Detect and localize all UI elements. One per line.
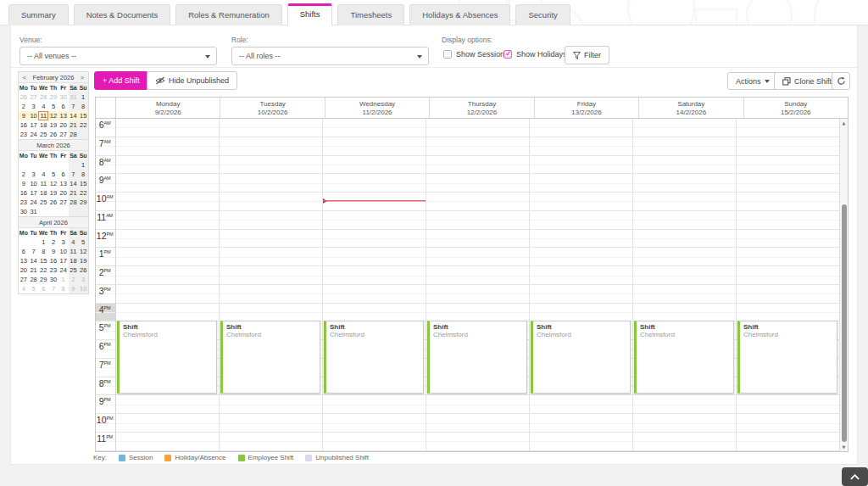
scroll-to-top-button[interactable] <box>842 467 868 486</box>
day-cell[interactable]: 21 <box>69 120 79 130</box>
day-column-saturday[interactable]: ShiftChelmsford <box>633 119 737 451</box>
day-cell[interactable]: 9 <box>48 247 58 256</box>
day-cell[interactable]: 15 <box>78 179 88 188</box>
day-cell[interactable]: 28 <box>69 130 79 139</box>
actions-button[interactable]: Actions <box>727 72 778 90</box>
day-cell[interactable]: 10 <box>29 111 39 120</box>
day-cell[interactable]: 18 <box>38 120 48 130</box>
day-column-sunday[interactable]: ShiftChelmsford <box>737 119 839 451</box>
day-cell[interactable]: 8 <box>78 102 88 111</box>
day-cell[interactable]: 19 <box>48 188 58 198</box>
day-cell[interactable]: 29 <box>48 92 58 102</box>
day-cell[interactable]: 26 <box>48 198 58 207</box>
day-cell[interactable]: 10 <box>58 247 69 256</box>
day-cell[interactable]: 8 <box>78 170 88 179</box>
tab-shifts[interactable]: Shifts <box>287 3 333 25</box>
day-cell[interactable]: 27 <box>58 130 69 139</box>
venue-select[interactable]: -- All venues -- <box>19 47 217 65</box>
next-month-icon[interactable]: > <box>79 74 86 81</box>
show-sessions-checkbox[interactable]: Show Sessions <box>443 50 509 59</box>
day-cell[interactable]: 24 <box>29 130 39 139</box>
day-cell[interactable]: 26 <box>78 265 88 275</box>
day-cell[interactable]: 7 <box>48 284 58 293</box>
shift-block-friday[interactable]: ShiftChelmsford <box>531 321 631 394</box>
day-cell[interactable]: 30 <box>19 207 29 216</box>
day-cell[interactable]: 2 <box>19 102 29 111</box>
day-cell[interactable]: 5 <box>48 170 58 179</box>
vertical-scrollbar[interactable]: ▲ ▼ <box>839 119 848 451</box>
day-cell[interactable]: 29 <box>78 198 88 207</box>
day-cell[interactable]: 7 <box>69 170 79 179</box>
day-cell[interactable]: 1 <box>78 160 88 170</box>
day-cell[interactable]: 31 <box>69 92 79 102</box>
day-cell[interactable]: 4 <box>38 170 48 179</box>
day-cell[interactable]: 28 <box>69 198 79 207</box>
filter-button[interactable]: Filter <box>565 46 609 64</box>
day-cell[interactable]: 25 <box>38 130 48 139</box>
day-cell[interactable]: 14 <box>69 179 79 188</box>
day-cell[interactable]: 20 <box>19 265 29 275</box>
day-cell[interactable]: 17 <box>58 256 69 265</box>
day-cell[interactable]: 17 <box>29 120 39 130</box>
shift-block-thursday[interactable]: ShiftChelmsford <box>427 321 527 394</box>
day-column-tuesday[interactable]: ShiftChelmsford <box>220 119 323 451</box>
day-cell[interactable]: 27 <box>58 198 69 207</box>
day-cell[interactable]: 8 <box>58 284 69 293</box>
day-cell[interactable]: 13 <box>19 256 29 265</box>
tab-notes-documents[interactable]: Notes & Documents <box>74 4 170 25</box>
day-cell[interactable]: 11 <box>69 247 79 256</box>
day-cell[interactable]: 23 <box>19 130 29 139</box>
day-cell[interactable]: 26 <box>48 130 58 139</box>
tab-holidays-absences[interactable]: Holidays & Absences <box>409 4 510 25</box>
day-cell[interactable]: 17 <box>29 188 39 198</box>
day-cell[interactable]: 5 <box>48 102 58 111</box>
day-cell[interactable]: 12 <box>48 179 58 188</box>
scrollbar-thumb[interactable] <box>842 204 847 442</box>
day-cell[interactable]: 23 <box>48 265 58 275</box>
day-cell[interactable]: 22 <box>38 265 48 275</box>
shift-block-monday[interactable]: ShiftChelmsford <box>117 321 217 394</box>
day-cell[interactable]: 2 <box>48 237 58 247</box>
day-column-thursday[interactable]: ShiftChelmsford <box>426 119 530 451</box>
day-cell[interactable]: 8 <box>38 247 48 256</box>
day-cell[interactable]: 3 <box>58 237 69 247</box>
day-cell[interactable]: 1 <box>38 237 48 247</box>
day-cell[interactable]: 27 <box>29 92 39 102</box>
prev-month-icon[interactable]: < <box>21 74 28 81</box>
day-cell[interactable]: 6 <box>58 170 69 179</box>
day-cell[interactable]: 1 <box>78 92 88 102</box>
day-cell[interactable]: 19 <box>48 120 58 130</box>
day-cell[interactable]: 28 <box>38 92 48 102</box>
day-cell[interactable]: 23 <box>19 198 29 207</box>
day-cell[interactable]: 3 <box>29 102 39 111</box>
checkbox-icon[interactable] <box>443 50 452 59</box>
day-cell[interactable]: 30 <box>58 92 69 102</box>
day-cell[interactable]: 15 <box>78 111 88 120</box>
shift-block-saturday[interactable]: ShiftChelmsford <box>634 321 734 394</box>
day-cell[interactable]: 15 <box>38 256 48 265</box>
day-column-wednesday[interactable]: ShiftChelmsford <box>323 119 426 451</box>
day-cell[interactable]: 3 <box>78 275 88 284</box>
day-cell[interactable]: 10 <box>78 284 88 293</box>
day-cell[interactable]: 9 <box>19 111 29 120</box>
day-cell[interactable]: 27 <box>19 275 29 284</box>
day-cell[interactable]: 20 <box>58 188 69 198</box>
day-cell[interactable]: 12 <box>48 111 58 120</box>
shift-block-wednesday[interactable]: ShiftChelmsford <box>324 321 424 394</box>
scrollbar-up-arrow-icon[interactable]: ▲ <box>840 120 848 126</box>
day-cell[interactable]: 10 <box>29 179 39 188</box>
day-cell[interactable]: 24 <box>29 198 39 207</box>
day-cell[interactable]: 24 <box>58 265 69 275</box>
day-cell[interactable]: 25 <box>69 265 79 275</box>
tab-roles-remuneration[interactable]: Roles & Remuneration <box>175 4 282 25</box>
day-cell[interactable]: 28 <box>29 275 39 284</box>
day-cell[interactable]: 13 <box>58 179 69 188</box>
day-cell[interactable]: 18 <box>38 188 48 198</box>
day-cell[interactable]: 22 <box>78 188 88 198</box>
day-cell[interactable]: 9 <box>19 179 29 188</box>
day-cell[interactable]: 12 <box>78 247 88 256</box>
day-cell[interactable]: 16 <box>48 256 58 265</box>
show-holidays-checkbox[interactable]: Show Holidays <box>504 50 567 59</box>
day-cell[interactable]: 3 <box>29 170 39 179</box>
refresh-button[interactable] <box>832 72 850 90</box>
